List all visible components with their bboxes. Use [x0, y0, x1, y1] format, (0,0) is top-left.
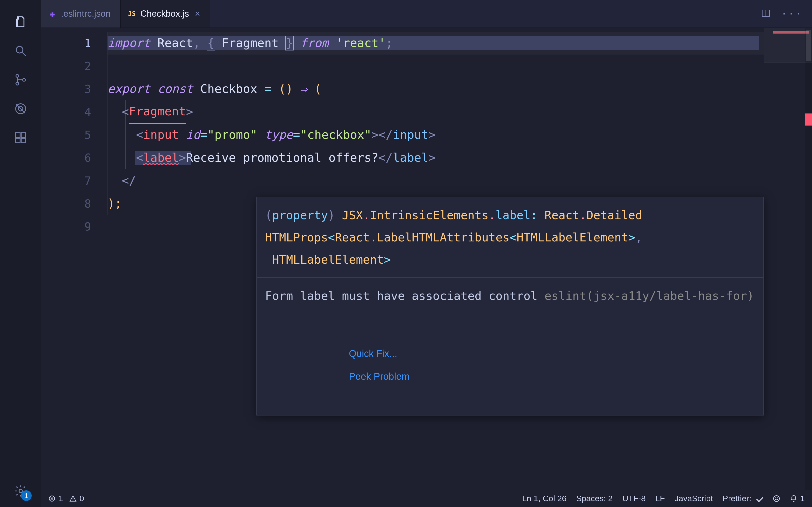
- close-icon[interactable]: ×: [195, 9, 200, 18]
- code-line: import React, { Fragment } from 'react';: [108, 32, 764, 55]
- svg-point-2: [16, 82, 18, 85]
- gutter: 1 2 3 4 5 6 7 8 9: [41, 28, 108, 490]
- code-line: <Fragment>: [108, 101, 764, 123]
- tab-label: .eslintrc.json: [61, 9, 111, 19]
- error-marker[interactable]: [805, 113, 812, 125]
- line-number[interactable]: 7: [41, 169, 108, 192]
- settings-badge: 1: [21, 490, 32, 501]
- svg-point-1: [16, 74, 18, 77]
- app-root: 1 ◉ .eslintrc.json JS Checkbox.js × ···: [0, 0, 812, 507]
- problems-status[interactable]: 1 0: [48, 494, 84, 503]
- code-line: <input id="promo" type="checkbox"></inpu…: [108, 123, 764, 146]
- editor: 1 2 3 4 5 6 7 8 9 import React, { Fragme…: [41, 28, 812, 490]
- svg-point-0: [16, 46, 23, 53]
- language-status[interactable]: JavaScript: [674, 494, 713, 503]
- line-number[interactable]: 5: [41, 123, 108, 146]
- eslint-icon: ◉: [48, 10, 57, 18]
- status-bar: 1 0 Ln 1, Col 26 Spaces: 2 UTF-8 LF Java…: [41, 490, 812, 507]
- error-count: 1: [58, 494, 63, 503]
- scroll-handle[interactable]: [806, 30, 811, 61]
- hover-popup: (property) JSX.IntrinsicElements.label: …: [256, 197, 764, 415]
- svg-point-10: [19, 489, 22, 493]
- svg-rect-6: [15, 132, 20, 137]
- code-line: [108, 55, 764, 77]
- line-number[interactable]: 2: [41, 55, 108, 77]
- code-line: export const Checkbox = () ⇒ (: [108, 77, 764, 101]
- search-icon[interactable]: [13, 43, 28, 58]
- js-icon: JS: [128, 10, 136, 18]
- code-line: <label>Receive promotional offers?</labe…: [108, 146, 764, 169]
- error-icon: [48, 495, 56, 502]
- line-number[interactable]: 1: [41, 32, 108, 55]
- tab-label: Checkbox.js: [140, 9, 189, 19]
- tab-actions: ···: [751, 0, 812, 27]
- peek-problem-link[interactable]: Peek Problem: [349, 371, 410, 382]
- svg-rect-9: [21, 138, 26, 143]
- line-number[interactable]: 8: [41, 192, 108, 215]
- explorer-icon[interactable]: [13, 14, 28, 30]
- prettier-status[interactable]: Prettier:: [723, 494, 763, 503]
- main-column: ◉ .eslintrc.json JS Checkbox.js × ··· 1 …: [41, 0, 812, 507]
- svg-point-15: [777, 498, 777, 498]
- notifications-icon[interactable]: 1: [790, 494, 805, 503]
- tab-eslintrc[interactable]: ◉ .eslintrc.json: [41, 0, 120, 27]
- svg-point-13: [773, 496, 779, 501]
- source-control-icon[interactable]: [13, 72, 28, 88]
- split-editor-icon[interactable]: [761, 8, 771, 19]
- activity-bar: 1: [0, 0, 41, 507]
- extensions-icon[interactable]: [13, 130, 28, 145]
- indentation-status[interactable]: Spaces: 2: [576, 494, 613, 503]
- notification-count: 1: [800, 494, 805, 503]
- quick-fix-link[interactable]: Quick Fix...: [349, 348, 397, 359]
- cursor-position[interactable]: Ln 1, Col 26: [522, 494, 566, 503]
- minimap[interactable]: [764, 28, 812, 490]
- hover-message: Form label must have associated control …: [257, 278, 763, 314]
- overview-ruler[interactable]: [805, 28, 812, 490]
- line-number[interactable]: 3: [41, 77, 108, 101]
- hover-actions: Quick Fix... Peek Problem: [257, 314, 763, 415]
- line-number[interactable]: 4: [41, 101, 108, 123]
- settings-gear-icon[interactable]: 1: [13, 483, 28, 499]
- svg-point-3: [22, 78, 25, 81]
- line-number[interactable]: 6: [41, 146, 108, 169]
- hover-signature: (property) JSX.IntrinsicElements.label: …: [257, 197, 763, 278]
- eol-status[interactable]: LF: [655, 494, 665, 503]
- tab-bar: ◉ .eslintrc.json JS Checkbox.js × ···: [41, 0, 812, 28]
- warning-count: 0: [80, 494, 84, 503]
- minimap-highlight: [773, 31, 809, 34]
- debug-icon[interactable]: [13, 101, 28, 116]
- svg-rect-8: [15, 138, 20, 143]
- code-line: </: [108, 169, 764, 192]
- tab-checkbox[interactable]: JS Checkbox.js ×: [120, 0, 210, 27]
- more-actions-icon[interactable]: ···: [781, 7, 802, 20]
- svg-rect-7: [21, 132, 26, 137]
- warning-icon: [69, 495, 77, 502]
- line-number[interactable]: 9: [41, 215, 108, 238]
- code-area[interactable]: import React, { Fragment } from 'react';…: [108, 28, 764, 490]
- encoding-status[interactable]: UTF-8: [622, 494, 646, 503]
- feedback-icon[interactable]: [773, 495, 780, 502]
